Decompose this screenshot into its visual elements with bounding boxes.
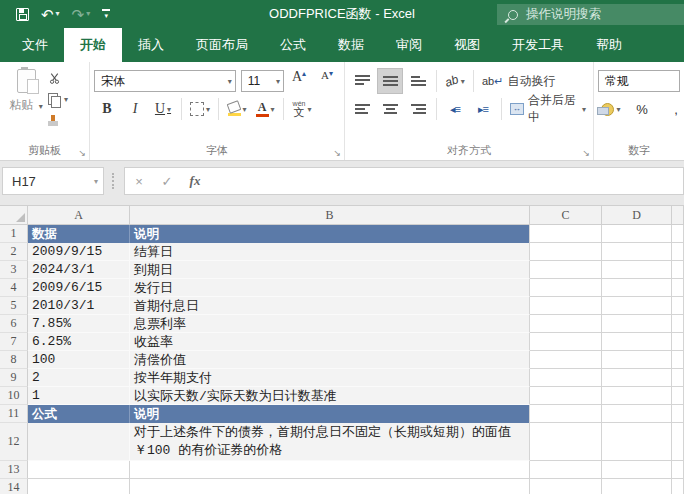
cell-B11[interactable]: 说明 xyxy=(130,405,530,423)
select-all-corner[interactable] xyxy=(0,206,28,224)
column-header-C[interactable]: C xyxy=(530,206,602,224)
row-header-5[interactable]: 5 xyxy=(0,297,28,315)
cell-B10[interactable]: 以实际天数/实际天数为日计数基准 xyxy=(130,387,530,405)
fill-color-button[interactable]: ▾ xyxy=(224,96,250,122)
italic-button[interactable]: I xyxy=(122,96,148,122)
cell-A7[interactable]: 6.25% xyxy=(28,333,130,351)
cell-C1[interactable] xyxy=(530,225,602,243)
save-icon[interactable] xyxy=(16,8,29,21)
tab-开始[interactable]: 开始 xyxy=(64,28,122,62)
comma-style-button[interactable]: , xyxy=(660,96,684,122)
row-header-1[interactable]: 1 xyxy=(0,225,28,243)
row-header-8[interactable]: 8 xyxy=(0,351,28,369)
cell-C11[interactable] xyxy=(530,405,602,423)
font-name-combobox[interactable]: 宋体▾ xyxy=(94,70,236,92)
cell-D4[interactable] xyxy=(602,279,672,297)
tab-文件[interactable]: 文件 xyxy=(6,28,64,62)
align-left-button[interactable] xyxy=(349,96,375,122)
cell-A8[interactable]: 100 xyxy=(28,351,130,369)
cell-C9[interactable] xyxy=(530,369,602,387)
cell-B9[interactable]: 按半年期支付 xyxy=(130,369,530,387)
align-right-button[interactable] xyxy=(405,96,431,122)
accounting-format-button[interactable]: ▾ xyxy=(598,96,624,122)
number-format-combobox[interactable]: 常规 xyxy=(598,70,680,92)
top-align-button[interactable] xyxy=(349,68,375,94)
row-header-6[interactable]: 6 xyxy=(0,315,28,333)
decrease-font-size-button[interactable]: A▾ xyxy=(314,68,340,94)
name-box[interactable]: H17 ▾ xyxy=(2,167,104,195)
insert-function-icon[interactable]: fx xyxy=(181,173,209,189)
cell-B1[interactable]: 说明 xyxy=(130,225,530,243)
cell-B14[interactable] xyxy=(130,479,530,494)
cell-E13[interactable] xyxy=(672,461,684,479)
increase-indent-button[interactable]: ▸≡ xyxy=(470,96,496,122)
undo-icon[interactable]: ↶▾ xyxy=(41,7,60,22)
tab-页面布局[interactable]: 页面布局 xyxy=(180,28,264,62)
orientation-button[interactable]: ab▾ xyxy=(442,68,468,94)
cell-E12[interactable] xyxy=(672,423,684,461)
cell-E9[interactable] xyxy=(672,369,684,387)
paste-button[interactable]: 粘贴 ▾ xyxy=(4,67,48,143)
tab-开发工具[interactable]: 开发工具 xyxy=(496,28,580,62)
font-dialog-launcher-icon[interactable]: ↘ xyxy=(333,148,341,158)
format-painter-button[interactable] xyxy=(48,111,68,129)
cell-C4[interactable] xyxy=(530,279,602,297)
cell-B8[interactable]: 清偿价值 xyxy=(130,351,530,369)
tab-插入[interactable]: 插入 xyxy=(122,28,180,62)
clipboard-dialog-launcher-icon[interactable]: ↘ xyxy=(78,148,86,158)
cell-C8[interactable] xyxy=(530,351,602,369)
cell-B3[interactable]: 到期日 xyxy=(130,261,530,279)
bottom-align-button[interactable] xyxy=(405,68,431,94)
confirm-entry-icon[interactable]: ✓ xyxy=(153,174,181,189)
tab-帮助[interactable]: 帮助 xyxy=(580,28,638,62)
alignment-dialog-launcher-icon[interactable]: ↘ xyxy=(582,148,590,158)
tab-公式[interactable]: 公式 xyxy=(264,28,322,62)
cell-A3[interactable]: 2024/3/1 xyxy=(28,261,130,279)
cell-E5[interactable] xyxy=(672,297,684,315)
tab-数据[interactable]: 数据 xyxy=(322,28,380,62)
cell-C12[interactable] xyxy=(530,423,602,461)
phonetic-guide-button[interactable]: wén文▾ xyxy=(289,96,315,122)
cell-A11[interactable]: 公式 xyxy=(28,405,130,423)
cell-C3[interactable] xyxy=(530,261,602,279)
cell-B13[interactable] xyxy=(130,461,530,479)
column-header-B[interactable]: B xyxy=(130,206,530,224)
bold-button[interactable]: B xyxy=(94,96,120,122)
cell-B2[interactable]: 结算日 xyxy=(130,243,530,261)
increase-font-size-button[interactable]: A▴ xyxy=(286,68,312,94)
cell-A14[interactable] xyxy=(28,479,130,494)
cell-D2[interactable] xyxy=(602,243,672,261)
cell-D9[interactable] xyxy=(602,369,672,387)
tab-审阅[interactable]: 审阅 xyxy=(380,28,438,62)
tell-me-search-box[interactable]: 操作说明搜索 xyxy=(497,4,684,25)
cell-A9[interactable]: 2 xyxy=(28,369,130,387)
underline-button[interactable]: U▾ xyxy=(150,96,176,122)
cell-E3[interactable] xyxy=(672,261,684,279)
row-header-13[interactable]: 13 xyxy=(0,461,28,479)
cell-E7[interactable] xyxy=(672,333,684,351)
cell-A13[interactable] xyxy=(28,461,130,479)
merge-center-button[interactable]: ↔ 合并后居中▾ xyxy=(507,96,589,122)
column-header-D[interactable]: D xyxy=(602,206,672,224)
row-header-14[interactable]: 14 xyxy=(0,479,28,494)
cell-D10[interactable] xyxy=(602,387,672,405)
cell-D7[interactable] xyxy=(602,333,672,351)
cell-B6[interactable]: 息票利率 xyxy=(130,315,530,333)
cell-D5[interactable] xyxy=(602,297,672,315)
row-header-2[interactable]: 2 xyxy=(0,243,28,261)
cell-A10[interactable]: 1 xyxy=(28,387,130,405)
cell-A1[interactable]: 数据 xyxy=(28,225,130,243)
cell-E14[interactable] xyxy=(672,479,684,494)
copy-button[interactable]: ▾ xyxy=(48,90,68,108)
cell-C6[interactable] xyxy=(530,315,602,333)
cell-C14[interactable] xyxy=(530,479,602,494)
cell-D3[interactable] xyxy=(602,261,672,279)
cell-E2[interactable] xyxy=(672,243,684,261)
row-header-4[interactable]: 4 xyxy=(0,279,28,297)
cell-A12[interactable] xyxy=(28,423,130,461)
cell-A5[interactable]: 2010/3/1 xyxy=(28,297,130,315)
cell-D13[interactable] xyxy=(602,461,672,479)
cell-C10[interactable] xyxy=(530,387,602,405)
cell-B4[interactable]: 发行日 xyxy=(130,279,530,297)
column-header-A[interactable]: A xyxy=(28,206,130,224)
